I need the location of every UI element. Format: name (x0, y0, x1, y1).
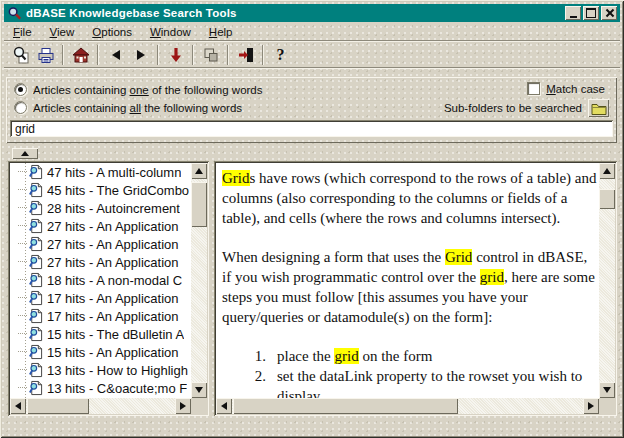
folder-icon (591, 102, 607, 115)
home-icon (71, 45, 91, 65)
menu-view[interactable]: View (41, 25, 84, 39)
tree-item[interactable]: 17 hits - An Application (10, 289, 191, 307)
tree-item-label: 15 hits - An Application (47, 345, 179, 360)
search-result-icon (28, 362, 43, 378)
app-icon (7, 6, 23, 21)
highlighted-term: grid (480, 269, 504, 285)
tree-item[interactable]: 27 hits - An Application (10, 217, 191, 235)
search-result-icon (28, 200, 43, 216)
tree-item-label: 18 hits - A non-modal C (47, 273, 182, 288)
tree-item[interactable]: 28 hits - Autoincrement (10, 199, 191, 217)
forward-button[interactable] (128, 43, 153, 67)
jump-down-button[interactable] (163, 43, 188, 67)
maximize-button[interactable] (583, 6, 599, 20)
article-horizontal-scrollbar[interactable] (216, 398, 599, 414)
scroll-left-button[interactable] (10, 398, 26, 414)
tree-connector (18, 261, 27, 263)
list-number: 2. (246, 366, 266, 398)
tree-item[interactable]: 47 hits - A multi-column (10, 163, 191, 181)
radio-articles-all[interactable]: Articles containing all the following wo… (14, 101, 242, 114)
search-result-icon (28, 164, 43, 180)
red-down-arrow-icon (166, 45, 186, 65)
menu-window[interactable]: Window (141, 25, 200, 39)
scroll-up-button[interactable] (599, 163, 615, 179)
subfolders-button[interactable] (588, 99, 609, 117)
menu-options[interactable]: Options (83, 25, 141, 39)
article-vertical-scrollbar[interactable] (599, 163, 615, 398)
article-clip: Grids have rows (which correspond to the… (216, 163, 599, 398)
scrollbar-corner (599, 398, 615, 414)
article-text: When designing a form that uses the (222, 249, 445, 265)
menu-help[interactable]: Help (200, 25, 242, 39)
scroll-up-button[interactable] (191, 163, 207, 179)
tree-item[interactable]: 18 hits - A non-modal C (10, 271, 191, 289)
back-button[interactable] (103, 43, 128, 67)
tree-item[interactable]: 17 hits - An Application (10, 307, 191, 325)
radio-articles-one[interactable]: Articles containing one of the following… (14, 83, 263, 96)
scroll-left-button[interactable] (216, 398, 232, 414)
toolbar-separator (227, 45, 229, 65)
search-result-icon (28, 218, 43, 234)
search-button[interactable] (8, 43, 33, 67)
radio-one-label: Articles containing one of the following… (33, 84, 263, 96)
tree-connector (18, 369, 27, 371)
article-content: Grids have rows (which correspond to the… (216, 163, 599, 398)
menu-file[interactable]: File (4, 25, 41, 39)
scroll-down-button[interactable] (599, 382, 615, 398)
minimize-button[interactable] (565, 6, 581, 20)
tree-connector (18, 351, 27, 353)
match-case-checkbox[interactable]: Match case (527, 82, 605, 95)
scroll-right-button[interactable] (175, 398, 191, 414)
scrollbar-corner (191, 398, 207, 414)
scroll-thumb[interactable] (233, 398, 458, 414)
search-result-icon (28, 182, 43, 198)
results-vertical-scrollbar[interactable] (191, 163, 207, 398)
article-text: place the (277, 348, 334, 364)
search-result-icon (28, 380, 43, 396)
checkbox-icon (527, 82, 540, 95)
scroll-thumb[interactable] (27, 398, 89, 414)
scroll-right-button[interactable] (583, 398, 599, 414)
results-tree: 47 hits - A multi-column45 hits - The Gr… (10, 163, 191, 398)
print-button[interactable] (33, 43, 58, 67)
tags-button[interactable] (198, 43, 223, 67)
tree-item[interactable]: 13 hits - How to Highligh (10, 361, 191, 379)
results-horizontal-scrollbar[interactable] (10, 398, 191, 414)
tree-connector (18, 171, 27, 173)
tree-connector (18, 387, 27, 389)
collapse-search-button[interactable] (12, 148, 38, 159)
highlighted-term: Grid (222, 170, 250, 186)
exit-button[interactable] (233, 43, 258, 67)
scroll-down-button[interactable] (191, 382, 207, 398)
tree-connector (18, 333, 27, 335)
left-arrow-icon (221, 402, 227, 410)
tree-item[interactable]: 45 hits - The GridCombo (10, 181, 191, 199)
tree-item[interactable]: 27 hits - An Application (10, 235, 191, 253)
collapse-up-icon (21, 151, 29, 156)
tree-item[interactable]: 13 hits - C&oacute;mo F (10, 379, 191, 397)
printer-icon (36, 45, 56, 65)
search-result-icon (28, 254, 43, 270)
scroll-thumb[interactable] (599, 189, 615, 209)
window-controls (565, 6, 617, 20)
close-button[interactable] (601, 6, 617, 20)
home-button[interactable] (68, 43, 93, 67)
scroll-thumb[interactable] (191, 182, 207, 227)
search-result-icon (28, 290, 43, 306)
results-clip: 47 hits - A multi-column45 hits - The Gr… (10, 163, 191, 398)
tree-item[interactable]: 15 hits - The dBulletin A (10, 325, 191, 343)
left-arrow-icon (15, 402, 21, 410)
tree-item-label: 27 hits - An Application (47, 219, 179, 234)
down-arrow-icon (603, 387, 611, 393)
tree-item-label: 17 hits - An Application (47, 309, 179, 324)
article-paragraph: Grids have rows (which correspond to the… (222, 168, 597, 228)
right-arrow-icon (588, 402, 594, 410)
tree-connector (18, 315, 27, 317)
highlighted-term: Grid (445, 249, 473, 265)
tree-item[interactable]: 15 hits - An Application (10, 343, 191, 361)
radio-selected-icon (14, 83, 27, 96)
tree-item[interactable]: 27 hits - An Application (10, 253, 191, 271)
results-pane: 47 hits - A multi-column45 hits - The Gr… (8, 161, 209, 416)
search-input[interactable] (10, 120, 613, 137)
help-button[interactable]: ? (268, 43, 293, 67)
